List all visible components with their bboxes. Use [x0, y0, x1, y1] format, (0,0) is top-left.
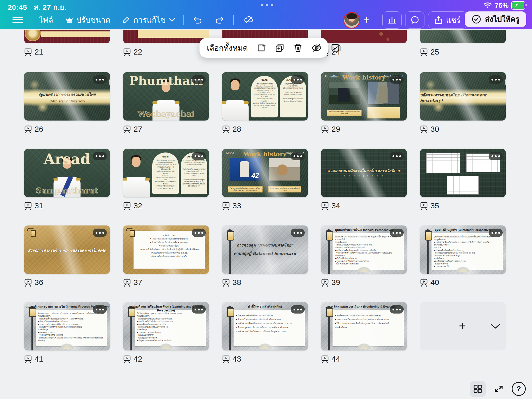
more-options-button[interactable]	[489, 152, 503, 160]
slide-presentation-icon	[321, 201, 329, 210]
slide-thumbnail[interactable]: • สิทธิ์การลา• เงินสวัสดิการเกี่ยวกับการ…	[123, 225, 209, 274]
select-pages-icon	[331, 43, 341, 52]
slide-thumbnail[interactable]: Arsad Work history Sampantharat 42 ได้รั…	[222, 149, 308, 197]
slide-thumbnail[interactable]: ปลัดกระทรวงมหาดไทย (Permanent Secretary)	[420, 72, 506, 121]
slide-title: สวัสดิการสำหรับข้าราชการและบุคลากรในสังก…	[24, 247, 110, 253]
add-page-button[interactable]	[257, 43, 266, 52]
more-options-button[interactable]	[192, 305, 206, 314]
selection-toolbar: เลือกทั้งหมด	[200, 38, 328, 58]
help-button[interactable]: ?	[512, 382, 526, 396]
share-label: แชร์	[446, 14, 461, 26]
slide-presentation-icon	[321, 278, 329, 287]
slide-thumbnail[interactable]	[24, 30, 110, 43]
slide-thumbnail[interactable]: รัฐมนตรีว่าการกระทรวงมหาดไทย (Minister o…	[24, 72, 110, 121]
slide-thumbnail[interactable]: Phumtham Work history Wechayachai เคยเป็…	[321, 72, 407, 121]
photo-caption-left: ได้รับการแต่งตั้งเป็น ปลัดกระทรวงมหาดไทย…	[228, 186, 263, 192]
battery-icon: ⚡	[511, 1, 525, 10]
more-options-button[interactable]	[489, 75, 503, 84]
slide-thumbnail[interactable]	[123, 30, 209, 43]
more-options-button[interactable]	[390, 305, 404, 314]
slide-number-label: 35	[420, 201, 439, 210]
slide-thumbnail[interactable]: มุมมองด้านลูกค้า (Customer Perspective) …	[420, 225, 506, 274]
multitasking-dots[interactable]	[261, 4, 273, 6]
redo-button[interactable]	[215, 10, 224, 29]
app-header: 20:45ส. 27 ก.ย. 76% ⚡ ไฟล์ ปรับขนาด การแ…	[0, 0, 532, 29]
share-button[interactable]: แชร์	[428, 11, 467, 29]
toolbar-divider	[183, 15, 184, 25]
more-options-button[interactable]	[291, 229, 305, 237]
slide-thumbnail[interactable]	[420, 30, 506, 43]
slide-thumbnail[interactable]: มุมมองด้านการเรียนรู้และพัฒนา (Learning …	[123, 302, 209, 350]
lamp-post-icon	[325, 230, 336, 274]
slide-thumbnail[interactable]: การควบคุม "กระทรวงมหาดไทย" ตามทฤษฎี Bala…	[222, 225, 308, 274]
slide-presentation-icon	[321, 355, 329, 363]
toolbar-divider	[233, 15, 234, 25]
slide-subtitle: (Minister of Interior)	[49, 99, 85, 103]
slide-number-label: 26	[24, 125, 43, 134]
file-menu-button[interactable]: ไฟล์	[39, 10, 53, 29]
more-options-button[interactable]	[390, 152, 404, 160]
redo-icon	[215, 16, 224, 24]
slide-presentation-icon	[222, 201, 230, 210]
more-options-button[interactable]	[390, 75, 404, 84]
account-avatar[interactable]	[343, 12, 360, 29]
slide-thumbnail[interactable]	[420, 149, 506, 197]
slide-number-label: 29	[321, 125, 340, 134]
slide-thumbnail[interactable]: สวัสดิการสำหรับข้าราชการและบุคลากรในสังก…	[24, 225, 110, 274]
slide-number-label: 22	[123, 48, 142, 56]
slide-number-label: 31	[24, 201, 43, 210]
analytics-button[interactable]	[382, 11, 402, 29]
more-options-button[interactable]	[192, 229, 206, 237]
work-photo-left	[329, 82, 360, 104]
multi-select-button[interactable]	[331, 43, 341, 52]
slide-number: 21	[35, 48, 43, 56]
slide-thumbnail[interactable]: มุมมองด้านกระบวนการภายใน (Internal Proce…	[24, 302, 110, 350]
more-options-button[interactable]	[390, 229, 404, 237]
body-card: ลูกค้าคือประชาชน หน่วยงานท้องถิ่น และองค…	[431, 233, 503, 270]
more-options-button[interactable]	[192, 75, 206, 84]
more-options-button[interactable]	[93, 229, 107, 237]
duplicate-button[interactable]	[275, 43, 285, 52]
add-page-tile[interactable]: +	[420, 302, 506, 350]
slide-number: 38	[232, 278, 241, 287]
grid-view-button[interactable]	[470, 381, 486, 397]
more-options-button[interactable]	[192, 152, 206, 160]
slide-thumbnail[interactable]: ประวัติ • ชื่อ: นายภูมิธรรม เวชยชัย(Phum…	[222, 72, 308, 121]
add-page-toolbar-button[interactable]: +	[363, 10, 370, 29]
undo-button[interactable]	[193, 10, 203, 29]
more-options-button[interactable]	[291, 152, 305, 160]
plus-icon: +	[459, 319, 466, 333]
more-options-button[interactable]	[291, 305, 305, 314]
slide-thumbnail[interactable]: ประวัติ • ชื่อ: นายอรรษิษฐ์ สัมพันธรัตน์…	[123, 149, 209, 197]
menu-button[interactable]	[12, 10, 23, 29]
select-all-button[interactable]: เลือกทั้งหมด	[207, 42, 248, 54]
slide-thumbnail[interactable]: ค่าตอบแทนพนักงานในองค์กรและสวัสดิการ ✦✦✦…	[321, 149, 407, 197]
send-to-teacher-button[interactable]: ส่งไปให้ครู	[465, 11, 526, 27]
editing-mode-button[interactable]: การแก้ไข	[122, 10, 176, 29]
slide-thumbnail[interactable]: Arsad Sampantharat	[24, 149, 110, 197]
more-options-button[interactable]	[489, 229, 503, 237]
hide-button[interactable]	[311, 43, 322, 52]
resize-button[interactable]: ปรับขนาด	[65, 10, 111, 29]
slide-thumbnail[interactable]: มุมมองด้านการเงิน (Financial Perspective…	[321, 225, 407, 274]
more-options-button[interactable]	[93, 305, 107, 314]
fullscreen-button[interactable]	[494, 384, 504, 394]
more-options-button[interactable]	[291, 75, 305, 84]
more-options-button[interactable]	[93, 75, 107, 84]
slide-number-label: 40	[420, 278, 439, 287]
profile-card-title: ประวัติ	[154, 155, 177, 158]
delete-button[interactable]	[294, 43, 302, 52]
slide-thumbnail[interactable]: ตัวชี้วัดความสำเร็จ (KPIs) • ร้อยละของพื…	[222, 302, 308, 350]
slide-number: 27	[134, 125, 142, 134]
slide-number: 22	[134, 48, 142, 56]
chevron-down-icon[interactable]	[490, 323, 501, 329]
sync-status-button[interactable]	[244, 10, 254, 29]
slide-thumbnail[interactable]	[321, 30, 407, 43]
slide-title: รัฐมนตรีว่าการกระทรวงมหาดไทย	[38, 91, 96, 98]
slide-thumbnail[interactable]: Phumtham Wechayachai	[123, 72, 209, 121]
more-options-button[interactable]	[93, 152, 107, 160]
view-controls: ?	[470, 381, 526, 397]
comments-button[interactable]	[405, 11, 424, 29]
canva-mobile-grid-view: { "status_bar": {"time":"20:45","date":"…	[0, 0, 532, 399]
slide-thumbnail[interactable]: การติดตามและประเมินผล (Monitoring & Eval…	[321, 302, 407, 350]
